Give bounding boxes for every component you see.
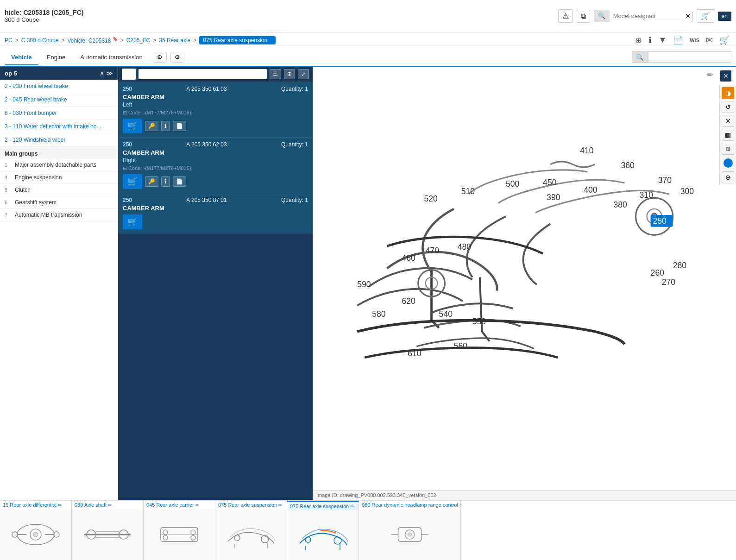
svg-text:540: 540 bbox=[439, 309, 453, 319]
parts-grid-view-btn[interactable]: ⊞ bbox=[284, 69, 295, 79]
thumb-label-3: 045 Rear axle carrier ✏ bbox=[144, 501, 215, 509]
doc-btn-2[interactable]: 📄 bbox=[173, 176, 186, 187]
svg-text:260: 260 bbox=[651, 268, 665, 277]
part-item-3-header: 250 A 205 350 87 01 Quantity: 1 bbox=[123, 197, 308, 203]
sidebar-item-windshield[interactable]: 2 - 120 Windshield wiper bbox=[0, 133, 118, 147]
sidebar-num-1: 1 bbox=[5, 162, 12, 168]
breadcrumb-fc[interactable]: C205_FC bbox=[126, 37, 150, 44]
svg-point-54 bbox=[305, 537, 311, 542]
svg-text:300: 300 bbox=[680, 187, 694, 196]
cart-btn-2[interactable]: 🛒 bbox=[123, 174, 142, 189]
breadcrumb-sep3: > bbox=[120, 37, 124, 44]
thumb-label-6: 080 Rear dynamic headlamp range control … bbox=[359, 501, 460, 509]
sidebar-item-front-bumper[interactable]: 8 - 030 Front bumper bbox=[0, 107, 118, 120]
thumb-item-3[interactable]: 045 Rear axle carrier ✏ bbox=[144, 501, 215, 560]
diagram-area: ✏ ✕ bbox=[313, 67, 736, 500]
main-content: op 5 ∧ ≫ 2 - 030 Front wheel brake 2 - 0… bbox=[0, 67, 736, 500]
parts-list-view-btn[interactable]: ☰ bbox=[270, 69, 281, 79]
parts-toolbar: ☰ ⊞ ⤢ bbox=[118, 67, 313, 82]
thumb-item-2[interactable]: 030 Axle shaft ✏ bbox=[72, 501, 144, 560]
parts-search-input[interactable] bbox=[138, 69, 267, 79]
part-item-2[interactable]: 250 A 205 350 62 03 Quantity: 1 CAMBER A… bbox=[118, 138, 313, 193]
parts-expand-btn[interactable]: ⤢ bbox=[298, 69, 309, 79]
part-actions-3: 🛒 bbox=[123, 214, 308, 229]
cart-header-btn[interactable]: 🛒 bbox=[697, 9, 714, 23]
breadcrumb-coupe[interactable]: C 300 d Coupe bbox=[21, 37, 59, 44]
thumb-svg-5 bbox=[289, 519, 357, 552]
svg-point-55 bbox=[334, 537, 341, 544]
svg-point-49 bbox=[191, 535, 195, 540]
cart-btn-1[interactable]: 🛒 bbox=[123, 119, 142, 133]
thumb-label-5: 075 Rear axle suspension ✏ bbox=[287, 502, 359, 510]
tab-engine[interactable]: Engine bbox=[40, 50, 72, 65]
diagram-btn-cross[interactable]: ✕ bbox=[722, 115, 734, 127]
tab-settings-btn2[interactable]: ⚙ bbox=[170, 52, 184, 63]
svg-text:520: 520 bbox=[424, 194, 438, 203]
sidebar-item-rear-brake[interactable]: 2 - 045 Rear wheel brake bbox=[0, 93, 118, 107]
sidebar-title: op 5 bbox=[5, 70, 17, 77]
thumb-label-2: 030 Axle shaft ✏ bbox=[72, 501, 143, 509]
thumb-item-5[interactable]: 075 Rear axle suspension ✏ bbox=[287, 501, 359, 560]
part-qty-label-2: Quantity: 1 bbox=[281, 141, 308, 148]
diagram-close-btn[interactable]: ✕ bbox=[720, 70, 731, 82]
search-clear-btn[interactable]: ✕ bbox=[684, 11, 692, 21]
search-btn-top[interactable]: 🔍 bbox=[594, 10, 610, 22]
tab-auto-trans[interactable]: Automatic transmission bbox=[74, 50, 149, 65]
part-actions-2: 🛒 🔑 ℹ 📄 bbox=[123, 174, 308, 189]
breadcrumb-rearaxle[interactable]: 35 Rear axle bbox=[159, 37, 190, 44]
part-item-3[interactable]: 250 A 205 350 87 01 Quantity: 1 CAMBER A… bbox=[118, 193, 313, 233]
thumb-item-1[interactable]: 15 Rear axle differential ✏ bbox=[0, 501, 72, 560]
sidebar-main-item-6[interactable]: 6 Gearshift system bbox=[0, 196, 118, 209]
search-box-top: 🔍 ✕ bbox=[594, 10, 693, 22]
filter-btn[interactable]: ▼ bbox=[656, 34, 668, 46]
sidebar-section-main-groups: Main groups bbox=[0, 147, 118, 159]
warning-icon-btn[interactable]: ⚠ bbox=[558, 9, 573, 23]
sidebar-main-item-7[interactable]: 7 Automatic MB transmission bbox=[0, 209, 118, 221]
tab-settings-btn1[interactable]: ⚙ bbox=[153, 52, 167, 63]
breadcrumb-pc[interactable]: PC bbox=[5, 37, 13, 44]
diagram-blue-dot bbox=[723, 158, 733, 168]
thumb-item-4[interactable]: 075 Rear axle suspension ✏ bbox=[215, 501, 287, 560]
thumb-svg-3 bbox=[145, 518, 213, 551]
breadcrumb-vehicle[interactable]: Vehicle: C205318 🔖 bbox=[67, 37, 117, 44]
diagram-btn-zoom-in[interactable]: ⊕ bbox=[722, 143, 734, 155]
diagram-btn-zoom-out[interactable]: ⊖ bbox=[722, 171, 734, 183]
part-item-1[interactable]: 250 A 205 350 61 03 Quantity: 1 CAMBER A… bbox=[118, 82, 313, 138]
key-btn-1[interactable]: 🔑 bbox=[145, 121, 158, 131]
search-input-top[interactable] bbox=[610, 10, 684, 22]
parts-search-box bbox=[138, 69, 267, 79]
mail-btn[interactable]: ✉ bbox=[704, 34, 715, 46]
image-id-text: Image ID: drawing_PV000.002.593.340_vers… bbox=[316, 492, 436, 498]
sidebar-main-item-1[interactable]: 1 Major assembly detachable parts bbox=[0, 159, 118, 171]
info-btn-2[interactable]: ℹ bbox=[161, 176, 170, 187]
doc-btn-1[interactable]: 📄 bbox=[173, 121, 186, 131]
diagram-btn-filter[interactable]: ▦ bbox=[722, 129, 734, 141]
doc-btn[interactable]: 📄 bbox=[671, 34, 685, 46]
sidebar-expand-btn[interactable]: ≫ bbox=[106, 69, 113, 77]
tab-search-input[interactable] bbox=[648, 51, 731, 63]
sidebar-main-item-4[interactable]: 4 Engine suspension bbox=[0, 171, 118, 184]
thumb-edit-icon-3: ✏ bbox=[195, 503, 199, 508]
copy-icon-btn[interactable]: ⧉ bbox=[577, 10, 590, 23]
breadcrumb-current[interactable]: 075 Rear axle suspension ▾ bbox=[199, 36, 276, 44]
info-btn-1[interactable]: ℹ bbox=[161, 121, 170, 131]
zoom-in-btn[interactable]: ⊕ bbox=[633, 34, 644, 46]
sidebar-item-water-deflector[interactable]: 3 - 110 Water deflector with intake bo..… bbox=[0, 120, 118, 133]
sidebar-main-item-5[interactable]: 5 Clutch bbox=[0, 184, 118, 196]
cart-bc-btn[interactable]: 🛒 bbox=[717, 34, 731, 46]
tab-vehicle[interactable]: Vehicle bbox=[5, 50, 38, 65]
diagram-edit-btn[interactable]: ✏ bbox=[707, 70, 713, 79]
thumb-item-6[interactable]: 080 Rear dynamic headlamp range control … bbox=[359, 501, 461, 560]
diagram-right-toolbar: ◑ ↺ ✕ ▦ ⊕ ⊖ bbox=[719, 85, 736, 185]
tab-search-btn[interactable]: 🔍 bbox=[632, 51, 648, 63]
svg-point-48 bbox=[163, 535, 168, 540]
sidebar-item-front-brake[interactable]: 2 - 030 Front wheel brake bbox=[0, 80, 118, 93]
diagram-btn-orange[interactable]: ◑ bbox=[722, 87, 734, 99]
info-btn[interactable]: ℹ bbox=[647, 34, 654, 46]
sidebar-collapse-btn[interactable]: ∧ bbox=[100, 69, 104, 77]
key-btn-2[interactable]: 🔑 bbox=[145, 176, 158, 187]
cart-btn-3[interactable]: 🛒 bbox=[123, 214, 142, 229]
wis-btn[interactable]: WIS bbox=[688, 37, 701, 44]
diagram-btn-history[interactable]: ↺ bbox=[722, 101, 734, 113]
sidebar-label-6: Gearshift system bbox=[15, 199, 57, 206]
